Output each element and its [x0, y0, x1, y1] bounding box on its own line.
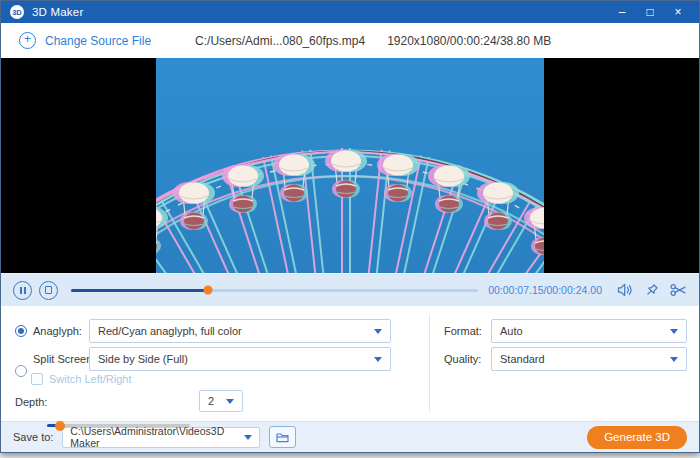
depth-slider[interactable]	[47, 424, 190, 427]
quality-label: Quality:	[444, 353, 481, 365]
video-preview-area	[1, 58, 699, 273]
column-divider	[429, 314, 430, 412]
chevron-down-icon	[670, 357, 678, 362]
format-select-value: Auto	[500, 325, 523, 337]
pause-button[interactable]	[13, 281, 32, 300]
maximize-button[interactable]: □	[644, 6, 656, 18]
source-file-info: 1920x1080/00:00:24/38.80 MB	[387, 34, 551, 48]
scissors-icon	[670, 283, 687, 297]
source-file-path: C:/Users/Admi...080_60fps.mp4	[195, 34, 365, 48]
close-button[interactable]: ×	[672, 6, 684, 18]
stop-icon	[45, 286, 53, 294]
depth-slider-handle[interactable]	[55, 421, 65, 431]
window-title: 3D Maker	[32, 6, 83, 18]
toolbar: + Change Source File C:/Users/Admi...080…	[1, 23, 699, 58]
switch-left-right-checkbox[interactable]	[31, 373, 43, 385]
plus-circle-icon[interactable]: +	[19, 32, 36, 49]
depth-select[interactable]: 2	[199, 390, 243, 412]
progress-fill	[71, 289, 208, 292]
folder-icon	[276, 432, 289, 443]
split-screen-radio[interactable]	[15, 365, 27, 377]
switch-left-right-label: Switch Left/Right	[49, 373, 132, 385]
anaglyph-radio[interactable]	[15, 325, 27, 337]
player-bar: 00:00:07.15/00:00:24.00	[1, 273, 699, 306]
pause-icon	[20, 287, 26, 294]
window-controls: – □ ×	[616, 6, 690, 18]
open-folder-button[interactable]	[269, 426, 296, 448]
title-bar: 3D 3D Maker – □ ×	[1, 1, 699, 23]
split-screen-select[interactable]: Side by Side (Full)	[89, 347, 391, 371]
progress-handle[interactable]	[203, 286, 212, 295]
change-source-file-link[interactable]: Change Source File	[45, 34, 151, 48]
time-display: 00:00:07.15/00:00:24.00	[488, 284, 602, 296]
format-select[interactable]: Auto	[491, 319, 687, 343]
depth-label: Depth:	[15, 396, 47, 408]
quality-select-value: Standard	[500, 353, 545, 365]
save-to-label: Save to:	[13, 431, 53, 443]
save-path-value: C:\Users\Administrator\Videos3D Maker	[70, 425, 244, 449]
clip-button[interactable]	[670, 283, 687, 297]
depth-select-value: 2	[208, 395, 214, 407]
format-label: Format:	[444, 325, 482, 337]
chevron-down-icon	[244, 435, 252, 440]
volume-button[interactable]	[617, 283, 633, 297]
chevron-down-icon	[670, 329, 678, 334]
chevron-down-icon	[374, 357, 382, 362]
volume-icon	[617, 283, 633, 297]
settings-panel: Anaglyph: Red/Cyan anaglyph, full color …	[1, 306, 699, 421]
chevron-down-icon	[374, 329, 382, 334]
video-frame-ferris-wheel	[156, 58, 544, 273]
pin-button[interactable]	[644, 283, 659, 298]
pin-icon	[644, 283, 659, 298]
chevron-down-icon	[226, 399, 234, 404]
save-path-combo[interactable]: C:\Users\Administrator\Videos3D Maker	[62, 427, 260, 448]
anaglyph-select[interactable]: Red/Cyan anaglyph, full color	[89, 319, 391, 343]
anaglyph-select-value: Red/Cyan anaglyph, full color	[98, 325, 242, 337]
split-screen-label: Split Screen:	[33, 353, 95, 365]
progress-slider[interactable]	[71, 289, 478, 292]
stop-button[interactable]	[39, 281, 58, 300]
anaglyph-label: Anaglyph:	[33, 325, 82, 337]
split-screen-select-value: Side by Side (Full)	[98, 353, 188, 365]
generate-3d-button[interactable]: Generate 3D	[587, 426, 687, 449]
app-logo-icon: 3D	[10, 5, 24, 19]
app-window: 3D 3D Maker – □ × + Change Source File C…	[0, 0, 700, 453]
minimize-button[interactable]: –	[616, 6, 628, 18]
quality-select[interactable]: Standard	[491, 347, 687, 371]
